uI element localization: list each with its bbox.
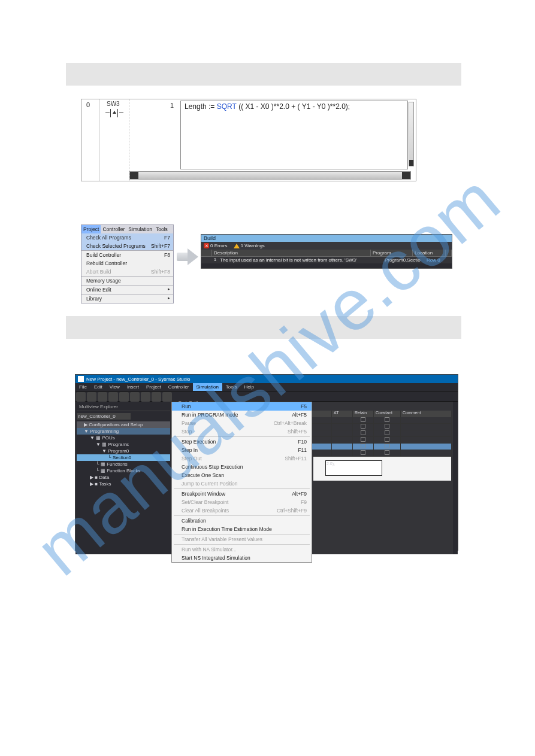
ide-window: New Project - new_Controller_0 - Sysmac … (75, 374, 458, 551)
menu-controller[interactable]: Controller (101, 225, 126, 233)
vertical-scrollbar[interactable] (409, 102, 414, 166)
warning-icon (234, 244, 240, 248)
tree-function-blocks[interactable]: └ ▦ Function Blocks (77, 467, 170, 474)
toolbar-button[interactable] (152, 392, 161, 402)
menu-view[interactable]: View (106, 383, 123, 391)
menu-execute-one-scan[interactable]: Execute One Scan (172, 471, 312, 479)
tree-programming[interactable]: ▼ Programming (77, 428, 170, 435)
arrow-icon (177, 248, 200, 265)
tree-program0[interactable]: ▼ Program0 (77, 448, 170, 454)
menu-online-edit[interactable]: Online Edit▸ (81, 286, 173, 294)
menu-estimation-mode[interactable]: Run in Execution Time Estimation Mode (172, 525, 312, 533)
menu-transfer-values: Transfer All Variable Present Values (172, 535, 312, 544)
toolbar-button[interactable] (130, 392, 140, 402)
tree-functions[interactable]: └ ▦ Functions (77, 461, 170, 467)
menu-step-out: Step OutShift+F11 (172, 454, 312, 463)
menu-tools[interactable]: Tools (222, 383, 241, 391)
menu-library[interactable]: Library▸ (81, 294, 173, 303)
menu-clear-all-breakpoints: Clear All BreakpointsCtrl+Shift+F9 (172, 506, 312, 515)
simulation-dropdown-menu[interactable]: RunF5 Run in PROGRAM modeAlt+F5 PauseCtr… (171, 402, 312, 563)
menu-set-clear-breakpoint: Set/Clear BreakpointF9 (172, 498, 312, 506)
toolbar-button[interactable] (141, 392, 150, 402)
toolbar-button[interactable] (98, 392, 107, 402)
tree-pous[interactable]: ▼ ▦ POUs (77, 435, 170, 441)
build-output-panel: Build ✕0 Errors 1 Warnings Description P… (201, 234, 452, 269)
menu-simulation[interactable]: Simulation (126, 225, 154, 233)
multiview-explorer[interactable]: Multiview Explorer new_Controller_0 ▶ Co… (75, 402, 171, 554)
menu-breakpoint-window[interactable]: Breakpoint WindowAlt+F9 (172, 490, 312, 498)
st-code-box[interactable]: Length := SQRT (( X1 - X0 )**2.0 + ( Y1 … (180, 101, 408, 169)
toolbar-button[interactable] (162, 392, 172, 402)
menu-run[interactable]: RunF5 (172, 402, 312, 411)
window-title: New Project - new_Controller_0 - Sysmac … (86, 377, 190, 382)
project-dropdown-menu[interactable]: Project Controller Simulation Tools Chec… (81, 224, 174, 303)
menu-file[interactable]: File (75, 383, 90, 391)
menu-memory-usage[interactable]: Memory Usage (81, 277, 173, 285)
error-icon: ✕ (204, 243, 209, 248)
toolbar-button[interactable] (87, 392, 96, 402)
rung-index: 0 (86, 101, 90, 108)
menu-simulation[interactable]: Simulation (193, 383, 222, 391)
menu-jump-position: Jump to Current Position (172, 479, 312, 488)
main-toolbar[interactable] (75, 391, 458, 402)
explorer-title: Multiview Explorer (77, 403, 170, 411)
menu-project[interactable]: Project (143, 383, 165, 391)
controller-selector[interactable]: new_Controller_0 (77, 413, 131, 420)
right-panel-collapsed[interactable] (453, 402, 458, 554)
menu-na-simulator: Run with NA Simulator... (172, 545, 312, 554)
tree-programs[interactable]: ▼ ▦ Programs (77, 441, 170, 448)
app-logo-icon (78, 376, 84, 382)
build-warning-row[interactable]: 1 The input used as an internal bit is n… (201, 257, 452, 263)
menu-check-all-programs[interactable]: Check All ProgramsF7 (81, 233, 173, 242)
menu-insert[interactable]: Insert (123, 383, 143, 391)
build-status-row: ✕0 Errors 1 Warnings (201, 242, 452, 250)
menu-pause: PauseCtrl+Alt+Break (172, 419, 312, 427)
menu-abort-build: Abort BuildShift+F8 (81, 268, 173, 276)
menu-rebuild-controller[interactable]: Rebuild Controller (81, 259, 173, 268)
tree-tasks[interactable]: ▶ ■ Tasks (77, 481, 170, 487)
menu-build-controller[interactable]: Build ControllerF8 (81, 251, 173, 259)
menu-step-in[interactable]: Step InF11 (172, 446, 312, 454)
contact-icon (105, 109, 123, 117)
menu-controller[interactable]: Controller (165, 383, 193, 391)
toolbar-button[interactable] (108, 392, 118, 402)
menu-step-execution[interactable]: Step ExecutionF10 (172, 438, 312, 446)
ladder-editor-screenshot: 0 SW3 1 Length := SQRT (( X1 - X0 )**2.0… (81, 99, 416, 181)
horizontal-scrollbar[interactable] (129, 171, 411, 180)
section-divider (66, 63, 461, 86)
menu-edit[interactable]: Edit (90, 383, 106, 391)
window-titlebar: New Project - new_Controller_0 - Sysmac … (75, 375, 458, 383)
menu-tools[interactable]: Tools (154, 225, 170, 233)
toolbar-button[interactable] (119, 392, 129, 402)
menu-project[interactable]: Project (81, 225, 101, 233)
submenubar: Project Controller Simulation Tools (81, 225, 173, 233)
build-table-header: Description Program Location (201, 250, 452, 257)
editor-area: RunF5 Run in PROGRAM modeAlt+F5 PauseCtr… (171, 402, 453, 554)
ladder-preview: 2.0); (313, 457, 451, 481)
code-line-number: 1 (170, 102, 174, 109)
tree-config[interactable]: ▶ Configurations and Setup (77, 421, 170, 428)
menu-check-selected-programs[interactable]: Check Selected ProgramsShift+F7 (81, 242, 173, 250)
menu-ns-simulation[interactable]: Start NS Integrated Simulation (172, 554, 312, 562)
menu-continuous-step[interactable]: Continuous Step Execution (172, 463, 312, 471)
build-panel-title: Build (201, 235, 452, 242)
tree-data[interactable]: ▶ ■ Data (77, 474, 170, 481)
menu-stop: StopShift+F5 (172, 427, 312, 436)
menu-run-program-mode[interactable]: Run in PROGRAM modeAlt+F5 (172, 411, 312, 419)
menu-help[interactable]: Help (241, 383, 258, 391)
st-code-line: Length := SQRT (( X1 - X0 )**2.0 + ( Y1 … (181, 101, 407, 112)
section-divider (66, 316, 461, 339)
tree-section0[interactable]: └ Section0 (77, 454, 170, 461)
main-menubar[interactable]: File Edit View Insert Project Controller… (75, 383, 458, 391)
contact-label: SW3 (107, 101, 120, 107)
toolbar-button[interactable] (76, 392, 86, 402)
menu-calibration[interactable]: Calibration (172, 517, 312, 525)
